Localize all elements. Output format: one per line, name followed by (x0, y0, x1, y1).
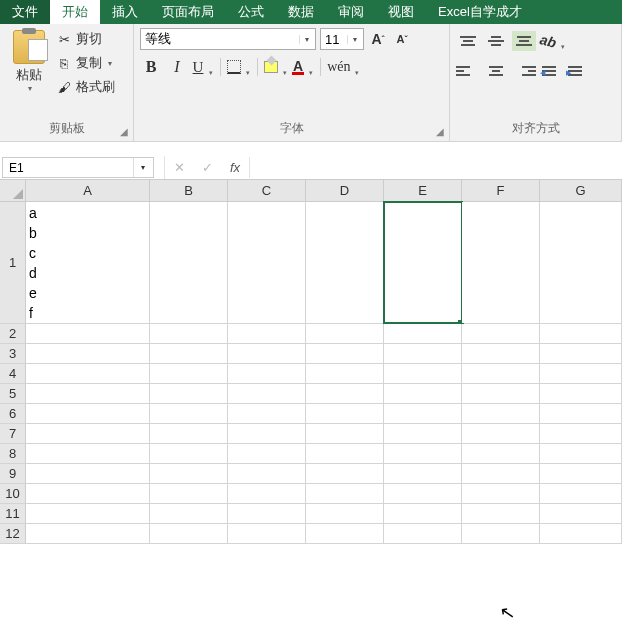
cell-E4[interactable] (384, 364, 462, 383)
decrease-indent-button[interactable] (540, 60, 562, 82)
cell-C11[interactable] (228, 504, 306, 523)
cell-F9[interactable] (462, 464, 540, 483)
cell-E1[interactable] (384, 202, 462, 323)
cell-G9[interactable] (540, 464, 622, 483)
tab-view[interactable]: 视图 (376, 0, 426, 24)
row-header-5[interactable]: 5 (0, 384, 26, 403)
cell-D8[interactable] (306, 444, 384, 463)
cell-B2[interactable] (150, 324, 228, 343)
cell-A5[interactable] (26, 384, 150, 403)
cell-A9[interactable] (26, 464, 150, 483)
cell-C5[interactable] (228, 384, 306, 403)
cell-C9[interactable] (228, 464, 306, 483)
enter-formula-button[interactable]: ✓ (193, 157, 221, 179)
cell-G2[interactable] (540, 324, 622, 343)
underline-button[interactable]: U (192, 56, 214, 78)
column-header-D[interactable]: D (306, 180, 384, 201)
fill-color-button[interactable] (264, 56, 288, 78)
cell-F11[interactable] (462, 504, 540, 523)
align-left-button[interactable] (456, 61, 480, 81)
cell-C2[interactable] (228, 324, 306, 343)
cell-F7[interactable] (462, 424, 540, 443)
tab-page-layout[interactable]: 页面布局 (150, 0, 226, 24)
column-header-C[interactable]: C (228, 180, 306, 201)
cell-B1[interactable] (150, 202, 228, 323)
cell-B5[interactable] (150, 384, 228, 403)
row-header-8[interactable]: 8 (0, 444, 26, 463)
cell-F10[interactable] (462, 484, 540, 503)
cell-A11[interactable] (26, 504, 150, 523)
cancel-formula-button[interactable]: ✕ (165, 157, 193, 179)
cell-D1[interactable] (306, 202, 384, 323)
paste-button[interactable]: 粘贴 ▾ (6, 28, 52, 95)
tab-insert[interactable]: 插入 (100, 0, 150, 24)
cell-G4[interactable] (540, 364, 622, 383)
align-top-button[interactable] (456, 31, 480, 51)
name-box-dropdown[interactable]: ▾ (133, 158, 151, 177)
italic-button[interactable]: I (166, 56, 188, 78)
cell-D11[interactable] (306, 504, 384, 523)
column-header-B[interactable]: B (150, 180, 228, 201)
column-header-E[interactable]: E (384, 180, 462, 201)
tab-review[interactable]: 审阅 (326, 0, 376, 24)
row-header-12[interactable]: 12 (0, 524, 26, 543)
cell-A1[interactable]: a b c d e f (26, 202, 150, 323)
cell-G10[interactable] (540, 484, 622, 503)
clipboard-dialog-launcher[interactable]: ◢ (117, 125, 131, 139)
cell-A12[interactable] (26, 524, 150, 543)
cell-G5[interactable] (540, 384, 622, 403)
cell-E2[interactable] (384, 324, 462, 343)
formula-input[interactable] (249, 157, 622, 178)
font-dialog-launcher[interactable]: ◢ (433, 125, 447, 139)
cell-D9[interactable] (306, 464, 384, 483)
cell-B9[interactable] (150, 464, 228, 483)
cell-D6[interactable] (306, 404, 384, 423)
cell-D10[interactable] (306, 484, 384, 503)
cell-E5[interactable] (384, 384, 462, 403)
tab-formulas[interactable]: 公式 (226, 0, 276, 24)
cell-F6[interactable] (462, 404, 540, 423)
phonetic-guide-button[interactable]: wén (327, 56, 360, 78)
cell-F4[interactable] (462, 364, 540, 383)
cell-B7[interactable] (150, 424, 228, 443)
row-header-9[interactable]: 9 (0, 464, 26, 483)
cell-E12[interactable] (384, 524, 462, 543)
align-center-button[interactable] (484, 61, 508, 81)
cell-D2[interactable] (306, 324, 384, 343)
increase-font-button[interactable]: Aˆ (368, 28, 388, 50)
cell-B10[interactable] (150, 484, 228, 503)
align-right-button[interactable] (512, 61, 536, 81)
cell-G3[interactable] (540, 344, 622, 363)
cell-B6[interactable] (150, 404, 228, 423)
row-header-2[interactable]: 2 (0, 324, 26, 343)
cell-D7[interactable] (306, 424, 384, 443)
cell-E8[interactable] (384, 444, 462, 463)
cell-E10[interactable] (384, 484, 462, 503)
cell-B12[interactable] (150, 524, 228, 543)
tab-custom[interactable]: Excel自学成才 (426, 0, 534, 24)
cell-F8[interactable] (462, 444, 540, 463)
copy-button[interactable]: ⎘ 复制 ▾ (56, 54, 115, 72)
cell-F3[interactable] (462, 344, 540, 363)
cell-E7[interactable] (384, 424, 462, 443)
cut-button[interactable]: ✂ 剪切 (56, 30, 115, 48)
cell-A7[interactable] (26, 424, 150, 443)
cell-A4[interactable] (26, 364, 150, 383)
increase-indent-button[interactable] (566, 60, 588, 82)
cell-A10[interactable] (26, 484, 150, 503)
cell-G11[interactable] (540, 504, 622, 523)
cell-C8[interactable] (228, 444, 306, 463)
cell-G6[interactable] (540, 404, 622, 423)
font-size-dropdown[interactable]: ▾ (347, 35, 361, 44)
font-name-dropdown[interactable]: ▾ (299, 35, 313, 44)
font-name-input[interactable] (141, 29, 299, 49)
cell-G8[interactable] (540, 444, 622, 463)
cell-F12[interactable] (462, 524, 540, 543)
row-header-11[interactable]: 11 (0, 504, 26, 523)
cell-C6[interactable] (228, 404, 306, 423)
cell-D12[interactable] (306, 524, 384, 543)
tab-data[interactable]: 数据 (276, 0, 326, 24)
cell-C1[interactable] (228, 202, 306, 323)
cell-E3[interactable] (384, 344, 462, 363)
cell-C12[interactable] (228, 524, 306, 543)
